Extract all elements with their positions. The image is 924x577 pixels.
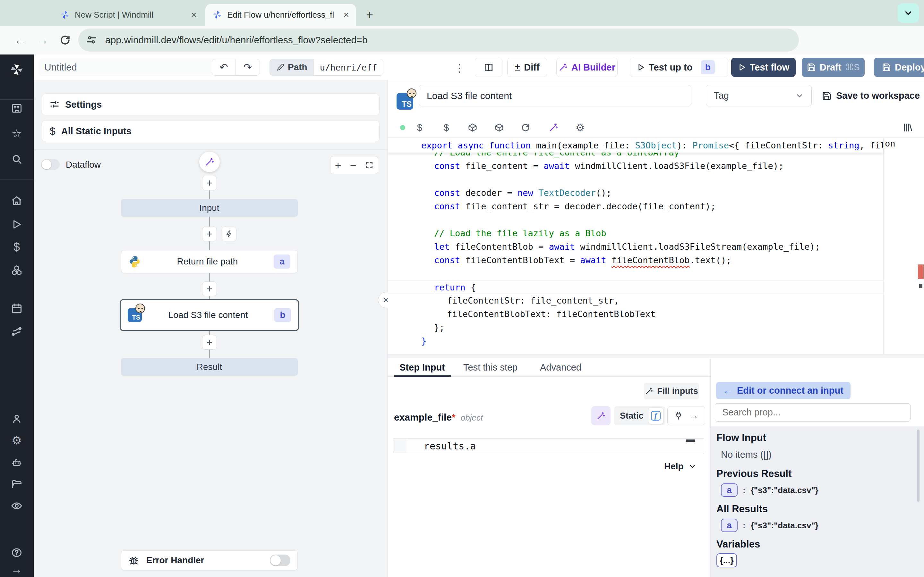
editor-scrollbar[interactable] [883,138,924,354]
test-flow-button[interactable]: Test flow [731,58,796,77]
diff-button[interactable]: ± Diff [507,58,547,77]
connect-input-group[interactable]: → [667,406,705,425]
variable-picker-icon[interactable]: $ [412,117,428,138]
flow-node-step-b-selected[interactable]: TS Load S3 file content b ✕ [120,299,299,331]
divider [34,149,388,150]
variables-badge[interactable]: {...} [716,553,737,567]
package-icon[interactable] [465,117,481,138]
save-to-workspace-button[interactable]: Save to workspace [822,85,920,106]
add-step-button[interactable] [202,335,217,350]
arrow-left-icon: ← [723,385,732,396]
edit-or-connect-button[interactable]: ← Edit or connect an input [716,382,851,399]
expression-editor[interactable]: results.a [393,438,704,453]
status-dot [395,117,411,138]
close-tab-icon[interactable]: × [343,9,349,20]
add-trigger-button[interactable] [222,227,236,242]
tag-select[interactable]: Tag [706,85,812,106]
reload-button[interactable] [54,34,76,46]
tab-step-input[interactable]: Step Input [399,358,445,377]
library-icon[interactable] [899,117,915,138]
path-value[interactable]: u/henri/eff [314,59,383,76]
sidebar-item-schedules[interactable] [10,301,24,316]
fullscreen-icon[interactable] [365,161,373,169]
more-options-icon[interactable]: ⋮ [454,61,465,74]
back-button[interactable]: ← [9,33,31,47]
sidebar-item-workers[interactable] [10,456,24,470]
browser-tab-inactive[interactable]: New Script | Windmill × [53,4,204,26]
sidebar-item-runs[interactable] [10,218,24,231]
sidebar-item-home[interactable] [10,193,24,208]
editor-settings-icon[interactable]: ⚙ [572,117,588,138]
plus-minus-icon: ± [515,61,520,73]
sidebar-item-user[interactable] [10,412,24,426]
ai-builder-button[interactable]: AI Builder [556,58,618,77]
all-static-inputs-button[interactable]: $ All Static Inputs [42,120,380,142]
sidebar-expand-icon[interactable]: → [10,562,24,576]
flow-node-input[interactable]: Input [121,199,298,217]
sidebar-item-variables[interactable]: $ [10,240,24,254]
windmill-logo[interactable] [10,63,24,77]
browser-tab-active[interactable]: Edit Flow u/henri/effortless_fl × [205,4,356,26]
input-mode-toggle[interactable]: Static f [614,406,666,425]
error-handler-toggle[interactable] [270,554,290,566]
panel-resize-handle[interactable] [388,354,924,358]
docs-button[interactable] [475,58,502,77]
flow-settings-button[interactable]: Settings [42,93,380,115]
redo-button[interactable]: ↷ [236,59,260,76]
sidebar-item-resources[interactable] [10,263,24,277]
sidebar-item-search[interactable] [10,152,24,166]
all-results-row[interactable]: a : {"s3":"data.csv"} [721,519,819,532]
tab-advanced[interactable]: Advanced [540,358,582,377]
new-tab-button[interactable]: + [362,7,377,23]
ai-assist-icon[interactable] [545,117,561,138]
url-bar[interactable]: app.windmill.dev/flows/edit/u/henri/effo… [78,29,799,52]
ai-fill-field-button[interactable] [591,406,611,425]
zoom-out-icon[interactable]: − [350,159,357,171]
flow-name-field[interactable]: Untitled [39,58,239,76]
site-settings-icon[interactable] [86,35,97,45]
dataflow-toggle[interactable] [41,159,60,170]
sidebar-item-folders[interactable] [10,477,24,491]
result-badge[interactable]: a [721,519,738,532]
result-value[interactable]: {"s3":"data.csv"} [751,521,819,530]
add-step-button[interactable] [202,282,217,296]
code-lines[interactable]: // Load the entire file_content as a Uin… [388,146,883,348]
undo-button[interactable]: ↶ [212,59,236,76]
sidebar-item-audit-logs[interactable] [10,499,24,513]
tab-list-button[interactable] [898,3,919,23]
flow-node-step-a[interactable]: Return file path a [121,250,298,273]
zoom-in-icon[interactable]: + [335,159,341,171]
help-dropdown[interactable]: Help [664,461,696,472]
result-badge[interactable]: a [721,484,738,497]
result-value[interactable]: {"s3":"data.csv"} [751,485,819,495]
path-button[interactable]: Path [270,59,314,76]
draft-button[interactable]: Draft ⌘S [802,58,865,77]
resource-picker-icon[interactable]: $ [438,117,454,138]
divider [0,99,34,100]
step-name-input[interactable]: Load S3 file content [419,85,691,106]
ai-flow-button[interactable] [199,152,220,172]
mode-expression-button[interactable]: f [648,408,664,424]
search-prop-input[interactable] [715,403,911,422]
scrollbar[interactable] [917,430,919,502]
sidebar-item-favorites[interactable]: ☆ [10,127,24,141]
add-step-button[interactable] [202,227,217,242]
flow-node-result[interactable]: Result [121,358,298,376]
error-handler-node[interactable]: Error Handler [121,550,298,570]
test-up-to-button[interactable]: Test up to b [630,58,728,77]
help-button[interactable] [10,546,24,560]
close-tab-icon[interactable]: × [191,9,197,20]
previous-result-row[interactable]: a : {"s3":"data.csv"} [721,484,819,497]
forward-button[interactable]: → [31,33,54,47]
fill-inputs-button[interactable]: Fill inputs [644,383,699,400]
tab-test-this-step[interactable]: Test this step [463,358,517,377]
package-icon[interactable] [491,117,507,138]
deploy-button[interactable]: Deploy [874,58,924,77]
variables-row[interactable]: {...} [716,553,737,567]
sidebar-item-apps[interactable] [10,101,24,115]
reset-icon[interactable] [517,117,533,138]
sidebar-item-settings[interactable]: ⚙ [10,434,24,448]
code-editor[interactable]: // Load the entire file_content as a Uin… [388,138,924,354]
add-step-button[interactable] [202,176,217,190]
sidebar-item-flows[interactable] [10,324,24,338]
